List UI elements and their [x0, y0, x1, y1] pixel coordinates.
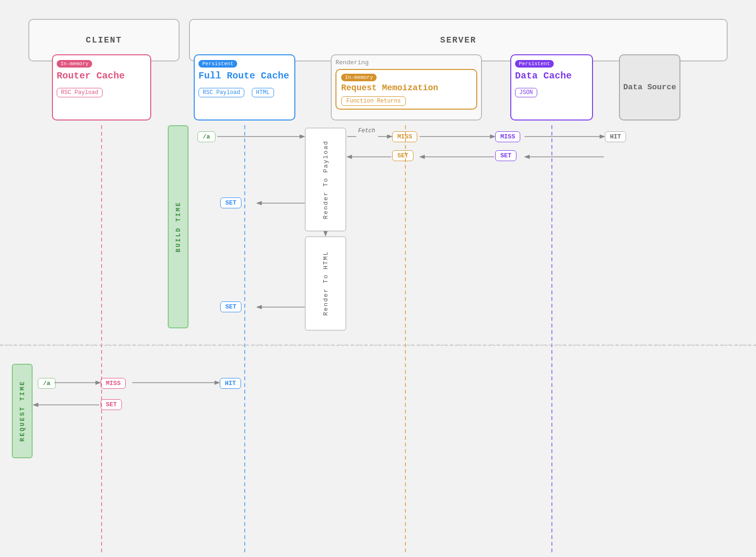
full-route-title: Full Route Cache — [198, 70, 291, 81]
diagram-container: CLIENT SERVER In-memory Router Cache RSC… — [0, 0, 756, 557]
render-html-box: Render To HTML — [305, 236, 346, 331]
function-returns-badge: Function Returns — [341, 96, 406, 106]
hit-blue-tag: HIT — [220, 378, 241, 389]
slash-a-tag-build: /a — [198, 131, 215, 142]
inmemory-badge-orange: In-memory — [341, 74, 377, 81]
set-purple-tag: SET — [495, 150, 516, 161]
set-blue-tag-payload: SET — [220, 197, 241, 208]
render-payload-label: Render To Payload — [322, 140, 329, 219]
set-blue-tag-html: SET — [220, 301, 241, 312]
data-source-box: Data Source — [619, 54, 680, 120]
data-cache-title: Data Cache — [515, 70, 588, 81]
request-memo-title: Request Memoization — [341, 83, 472, 93]
set-pink-tag: SET — [101, 399, 122, 410]
full-route-cache-box: Persistent Full Route Cache RSC Payload … — [194, 54, 295, 120]
slash-a-tag-request: /a — [38, 378, 56, 389]
build-time-label: BUILD TIME — [175, 201, 182, 252]
request-time-label: REQUEST TIME — [19, 380, 26, 442]
request-time-bar: REQUEST TIME — [12, 364, 33, 458]
h-divider — [0, 345, 756, 346]
inmemory-badge-pink: In-memory — [57, 60, 92, 68]
html-badge-blue: HTML — [252, 88, 274, 97]
server-label: SERVER — [440, 35, 477, 45]
build-time-bar: BUILD TIME — [168, 125, 189, 328]
rsc-payload-badge-pink: RSC Payload — [57, 88, 103, 97]
data-cache-box: Persistent Data Cache JSON — [510, 54, 593, 120]
data-source-title: Data Source — [623, 82, 676, 93]
rendering-label: Rendering — [335, 59, 477, 66]
router-cache-box: In-memory Router Cache RSC Payload — [52, 54, 151, 120]
hit-gray-tag: HIT — [605, 131, 626, 142]
fetch-label: Fetch — [358, 128, 375, 134]
rsc-payload-badge-blue: RSC Payload — [198, 88, 244, 97]
render-payload-box: Render To Payload — [305, 128, 346, 231]
router-cache-title: Router Cache — [57, 70, 146, 81]
request-memo-outer: Rendering In-memory Request Memoization … — [331, 54, 482, 120]
set-orange-tag: SET — [392, 150, 413, 161]
request-memo-box: In-memory Request Memoization Function R… — [335, 69, 477, 110]
miss-orange-tag: MISS — [392, 131, 417, 142]
client-label: CLIENT — [86, 35, 122, 45]
miss-purple-tag: MISS — [495, 131, 520, 142]
persistent-badge-blue: Persistent — [198, 60, 237, 68]
render-html-label: Render To HTML — [322, 251, 329, 316]
json-badge-purple: JSON — [515, 88, 537, 97]
persistent-badge-purple: Persistent — [515, 60, 554, 68]
miss-pink-tag: MISS — [101, 378, 126, 389]
